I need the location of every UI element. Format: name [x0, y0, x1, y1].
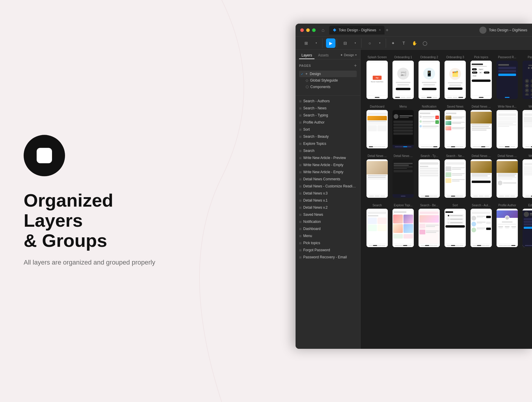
layer-detail-v1[interactable]: ⊞ Detail News v.1	[296, 197, 360, 204]
frame-search-main[interactable]: Search	[366, 204, 388, 247]
frame-edit-profile[interactable]: Edit P...	[523, 204, 532, 247]
frame-tool-dropdown[interactable]: ▾	[351, 38, 360, 48]
nav-dot	[369, 196, 374, 197]
layer-profile-author[interactable]: ⊞ Profile Author	[296, 119, 360, 126]
search-bar	[368, 212, 387, 214]
frame-search-news-row3[interactable]: Search - Ne...	[445, 154, 466, 198]
home-icon[interactable]: ⌂	[322, 27, 325, 33]
traffic-light-red[interactable]	[300, 28, 304, 32]
layer-password-recovery[interactable]: ⊞ Password Recovery - Email	[296, 254, 360, 261]
frame-saved-news[interactable]: Saved News	[445, 105, 466, 148]
frame-write-article3[interactable]: Write...	[523, 154, 532, 198]
frame-dashboard[interactable]: Dashboard	[366, 105, 388, 148]
layer-search-beauty[interactable]: ⊞ Search - Beauty	[296, 133, 360, 140]
active-tab[interactable]: 🔷 Toko Design - DigiNews ✕	[329, 26, 385, 35]
traffic-light-yellow[interactable]	[306, 28, 310, 32]
layer-sort[interactable]: ⊞ Sort	[296, 126, 360, 133]
frame-detail-news3[interactable]: Detail News ...	[392, 154, 414, 198]
frame-search-authors[interactable]: Search - Aut...	[471, 204, 492, 247]
text-tool[interactable]: T	[399, 38, 408, 48]
frame-profile-author[interactable]: Profile Author	[497, 204, 518, 247]
shape-tool[interactable]: ○	[365, 38, 374, 48]
notif-avatar	[419, 116, 422, 118]
page-global-styleguide[interactable]: ◇ Global Styleguide	[299, 77, 357, 84]
layer-pick-topics[interactable]: ⊞ Pick topics	[296, 239, 360, 247]
frame-notification[interactable]: Notification	[419, 105, 440, 148]
frame-detail-news2[interactable]: Detail News ...	[366, 154, 388, 198]
layer-detail-v2[interactable]: ⊞ Detail News v.2	[296, 204, 360, 211]
add-page-button[interactable]: +	[354, 63, 357, 68]
design-mode-btn[interactable]: ✦ Design ▾	[340, 52, 357, 59]
frame-detail-news4[interactable]: Detail News ...	[471, 154, 492, 198]
layers-tab[interactable]: Layers	[299, 52, 314, 59]
layer-search-typing[interactable]: ⊞ Search - Typing	[296, 112, 360, 119]
layer-detail-v3[interactable]: ⊞ Detail News v.3	[296, 190, 360, 197]
phone-nav	[471, 244, 492, 247]
page-components[interactable]: ⬡ Components	[299, 84, 357, 90]
layer-search-authors[interactable]: ⊞ Search - Authors	[296, 98, 360, 105]
frame-onboarding1[interactable]: Onboarding 1 📰	[392, 56, 414, 99]
explore-card	[393, 215, 403, 223]
layer-saved-news[interactable]: ⊞ Saved News	[296, 211, 360, 218]
detail-text-line	[472, 128, 491, 129]
frame-detail-news[interactable]: Detail News ...	[471, 105, 492, 148]
layer-forgot-password[interactable]: ⊞ Forgot Password	[296, 247, 360, 254]
frame-search-beauty[interactable]: Search - Be...	[419, 204, 440, 247]
phone-detail-news	[471, 110, 492, 148]
frame-password-recovery[interactable]: Password R...	[497, 56, 518, 99]
layer-name: Profile Author	[303, 120, 325, 124]
phone-onboard2: 📱	[419, 61, 440, 99]
layer-notification[interactable]: ⊞ Notification	[296, 218, 360, 225]
phone-nav	[471, 145, 492, 148]
hand-tool[interactable]: ✋	[410, 38, 419, 48]
figma-canvas[interactable]: Splash Screen Digi Discover Curated News	[361, 50, 532, 349]
layer-menu[interactable]: ⊞ Menu	[296, 232, 360, 239]
comment-tool[interactable]: ◯	[420, 38, 430, 48]
layer-dashboard[interactable]: ⊞ Dashboard	[296, 225, 360, 232]
phone-nav	[366, 244, 388, 247]
tab-close-icon[interactable]: ✕	[379, 28, 381, 32]
frame-write-article[interactable]: Write New A...	[497, 105, 518, 148]
select-tool[interactable]: ▶	[326, 38, 335, 48]
frame-onboarding2[interactable]: Onboarding 2 📱	[419, 56, 440, 99]
layer-grid-icon: ⊞	[299, 241, 301, 245]
layer-search[interactable]: ⊞ Search	[296, 147, 360, 154]
traffic-light-green[interactable]	[312, 28, 316, 32]
frame-sort[interactable]: Sort	[445, 204, 466, 247]
frame-password[interactable]: Passw...	[523, 56, 532, 99]
assets-tab[interactable]: Assets	[316, 52, 331, 59]
layer-explore-topics[interactable]: ⊞ Explore Topics	[296, 140, 360, 147]
frame-explore-topics[interactable]: Explore Topi...	[392, 204, 414, 247]
grid-tool[interactable]: ⊞	[301, 38, 311, 48]
new-tab-button[interactable]: +	[386, 27, 388, 33]
layer-write-empty-2[interactable]: ⊞ Write New Article - Empty	[296, 168, 360, 176]
notif-text	[422, 116, 435, 117]
layer-detail-customize[interactable]: ⊞ Detail News - Customize Reading ...	[296, 183, 360, 190]
phone-password: 1 2 3 4 5 6 7 8 9 *	[523, 61, 532, 99]
frame-write-article2[interactable]: Write...	[523, 105, 532, 148]
pen-tool[interactable]: ✦	[388, 38, 398, 48]
numpad-key-star: *	[525, 93, 529, 95]
frame-menu[interactable]: Menu	[392, 105, 414, 148]
pwd-content: 1 2 3 4 5 6 7 8 9 *	[523, 62, 532, 95]
layer-detail-comments[interactable]: ⊞ Detail News Comments	[296, 176, 360, 183]
frame-splash-screen[interactable]: Splash Screen Digi Discover Curated News	[366, 56, 388, 99]
phone-nav-dark	[523, 95, 532, 99]
layer-write-empty-1[interactable]: ⊞ Write New Article - Empty	[296, 161, 360, 168]
layer-search-news[interactable]: ⊞ Search - News	[296, 105, 360, 112]
frame-pick-topics[interactable]: Pick topics Tech Sports Music Art	[471, 56, 492, 99]
frame-detail-news5[interactable]: Detail News ...	[497, 154, 518, 198]
frame-tool[interactable]: ⊟	[340, 38, 350, 48]
frame-search-typing[interactable]: Search - Ty...	[419, 154, 440, 198]
grid-tool-dropdown[interactable]: ▾	[312, 38, 321, 48]
nav-dot	[406, 97, 411, 98]
frame-detail3-label: Detail News ...	[394, 154, 413, 158]
shape-tool-dropdown[interactable]: ▾	[375, 38, 385, 48]
search-main-content	[366, 210, 388, 244]
frame-onboarding3[interactable]: Onboarding 3 🗂️	[445, 56, 466, 99]
nav-dot	[505, 146, 510, 147]
page-design[interactable]: ✓ ✦ Design	[299, 71, 357, 77]
nav-dot	[375, 97, 379, 98]
layer-write-preview[interactable]: ⊞ Write New Article - Preview	[296, 154, 360, 161]
result-text	[452, 179, 465, 182]
